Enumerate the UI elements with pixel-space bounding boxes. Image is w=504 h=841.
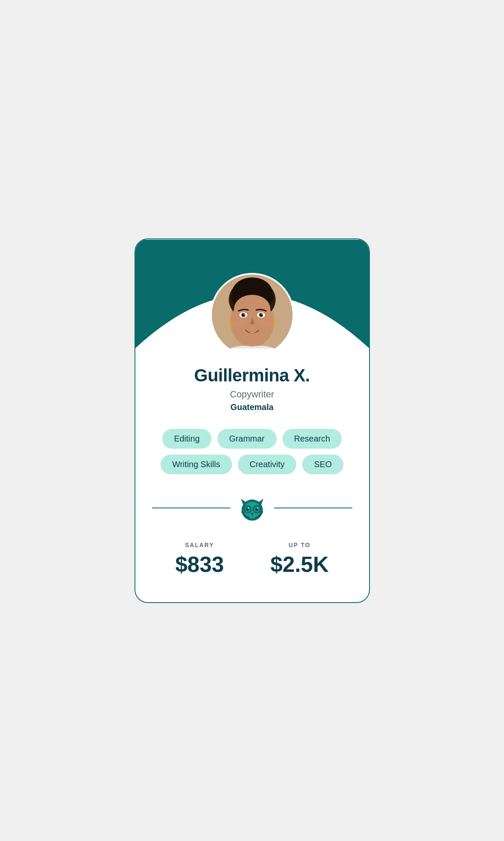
upto-salary-item: UP TO $2.5K [270, 542, 329, 577]
salary-value: $833 [175, 552, 224, 577]
avatar-wrapper [210, 273, 294, 349]
svg-point-34 [248, 508, 249, 509]
salary-label: SALARY [175, 542, 224, 548]
person-name: Guillermina X. [152, 365, 352, 386]
skills-container: Editing Grammar Research Writing Skills … [152, 429, 352, 474]
upto-value: $2.5K [270, 552, 329, 577]
skill-editing[interactable]: Editing [162, 429, 211, 449]
svg-point-8 [243, 281, 261, 294]
svg-point-20 [261, 313, 262, 315]
svg-point-21 [232, 318, 243, 326]
skill-grammar[interactable]: Grammar [217, 429, 276, 449]
profile-card: Guillermina X. Copywriter Guatemala Edit… [135, 238, 370, 603]
card-body: Guillermina X. Copywriter Guatemala Edit… [135, 349, 369, 474]
svg-point-23 [230, 321, 233, 325]
owl-logo-icon [237, 495, 267, 521]
avatar [210, 273, 294, 349]
person-role: Copywriter [152, 389, 352, 400]
skill-writing-skills[interactable]: Writing Skills [161, 455, 232, 474]
svg-point-22 [261, 318, 272, 326]
upto-label: UP TO [270, 542, 329, 548]
current-salary-item: SALARY $833 [175, 542, 224, 577]
skill-research[interactable]: Research [282, 429, 342, 449]
divider-section [152, 495, 352, 521]
svg-point-35 [257, 508, 258, 509]
skill-creativity[interactable]: Creativity [238, 455, 296, 474]
divider-right [274, 508, 352, 508]
svg-point-24 [272, 321, 275, 325]
person-location: Guatemala [152, 402, 352, 412]
card-header [135, 239, 369, 349]
skill-seo[interactable]: SEO [302, 455, 343, 474]
divider-left [152, 508, 230, 508]
svg-point-19 [243, 313, 245, 315]
salary-section: SALARY $833 UP TO $2.5K [135, 537, 369, 577]
